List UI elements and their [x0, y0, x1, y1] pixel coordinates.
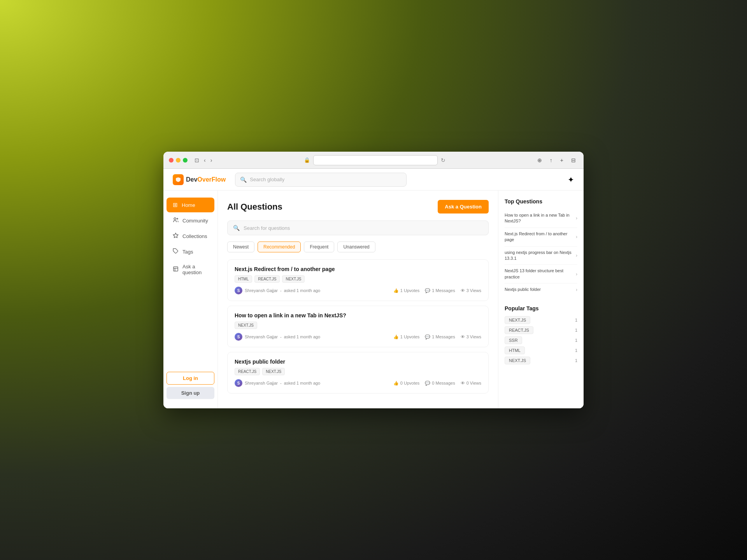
chevron-right-icon: ›: [576, 234, 577, 240]
maximize-traffic-light[interactable]: [183, 158, 188, 163]
sidebar-item-collections[interactable]: Collections: [167, 229, 214, 243]
tag[interactable]: HTML: [235, 275, 252, 283]
chevron-right-icon: ›: [576, 253, 577, 258]
asked-sep: -: [280, 381, 282, 385]
top-questions-section: Top Questions How to open a link in a ne…: [505, 198, 577, 296]
messages-count: 1 Messages: [432, 334, 455, 339]
tag[interactable]: REACT.JS: [235, 368, 260, 375]
back-button[interactable]: ‹: [202, 156, 208, 165]
question-stats: 👍 1 Upvotes 💬 1 Messages 👁 3 Views: [393, 288, 481, 293]
top-question-item[interactable]: NextJS 13 folder structure best practice…: [505, 265, 577, 284]
theme-toggle-button[interactable]: ✦: [568, 175, 574, 184]
popular-tag[interactable]: NEXT.JS: [505, 357, 530, 364]
question-card[interactable]: Nextjs public folder REACT.JS NEXT.JS S …: [227, 352, 489, 394]
sidebar-item-tags[interactable]: Tags: [167, 244, 214, 259]
refresh-icon[interactable]: ↻: [441, 157, 445, 163]
page-title: All Questions: [227, 202, 282, 212]
upvote-count: 1 Upvotes: [400, 288, 420, 293]
popular-tag-row[interactable]: NEXT.JS 1: [505, 316, 577, 324]
tag[interactable]: REACT.JS: [254, 275, 280, 283]
sidebar-item-community-label: Community: [182, 218, 208, 224]
question-card[interactable]: How to open a link in a new Tab in NextJ…: [227, 306, 489, 347]
eye-icon: 👁: [461, 334, 465, 339]
popular-tags-section: Popular Tags NEXT.JS 1 REACT.JS 1 SSR 1: [505, 305, 577, 364]
question-meta: S Shreyansh Gajjar - asked 1 month ago 👍…: [235, 379, 481, 387]
top-question-item[interactable]: using nextjs progress bar on Nextjs 13.3…: [505, 247, 577, 265]
sidebar-item-home[interactable]: ⊞ Home: [167, 198, 214, 212]
chevron-right-icon: ›: [576, 215, 577, 221]
new-tab-button[interactable]: +: [558, 156, 566, 165]
forward-button[interactable]: ›: [208, 156, 215, 165]
messages-stat: 💬 1 Messages: [425, 288, 455, 293]
search-questions-input[interactable]: [244, 225, 483, 231]
search-icon: 🔍: [240, 177, 247, 183]
top-questions-title: Top Questions: [505, 198, 577, 205]
extensions-button[interactable]: ⊕: [535, 156, 544, 165]
messages-count: 0 Messages: [432, 381, 455, 385]
popular-tag[interactable]: NEXT.JS: [505, 316, 530, 324]
tag-count: 1: [575, 338, 577, 343]
tab-view-button[interactable]: ⊡: [192, 156, 202, 165]
signup-button[interactable]: Sign up: [167, 387, 214, 399]
chevron-right-icon: ›: [576, 287, 577, 292]
popular-tag-row[interactable]: HTML 1: [505, 346, 577, 354]
tag[interactable]: NEXT.JS: [282, 275, 305, 283]
minimize-traffic-light[interactable]: [176, 158, 181, 163]
question-meta: S Shreyansh Gajjar - asked 1 month ago 👍…: [235, 287, 481, 294]
sidebar-item-community[interactable]: Community: [167, 213, 214, 228]
sidebar-item-tags-label: Tags: [182, 249, 193, 255]
tag[interactable]: NEXT.JS: [235, 322, 257, 329]
close-traffic-light[interactable]: [169, 158, 174, 163]
login-button[interactable]: Log in: [167, 372, 214, 385]
traffic-lights: [169, 158, 188, 163]
tags-icon: [173, 248, 179, 255]
popular-tag-row[interactable]: SSR 1: [505, 336, 577, 344]
question-search-bar[interactable]: 🔍: [227, 220, 489, 235]
collections-icon: [173, 233, 179, 240]
address-bar[interactable]: [313, 155, 438, 165]
sidebar-item-home-label: Home: [182, 202, 195, 208]
top-question-text: Next.js Redirect from / to another page: [505, 231, 573, 243]
top-question-item[interactable]: Next.js Redirect from / to another page …: [505, 228, 577, 247]
top-question-text: NextJS 13 folder structure best practice: [505, 268, 573, 280]
tag[interactable]: NEXT.JS: [262, 368, 285, 375]
popular-tag[interactable]: SSR: [505, 336, 522, 344]
tag-list: REACT.JS NEXT.JS: [235, 368, 481, 375]
question-author: S Shreyansh Gajjar - asked 1 month ago: [235, 333, 320, 341]
browser-actions: ⊕ ↑ + ⊟: [535, 156, 578, 165]
sidebar-item-ask[interactable]: Ask a question: [167, 260, 214, 279]
popular-tag-row[interactable]: REACT.JS 1: [505, 326, 577, 334]
tag-list: HTML REACT.JS NEXT.JS: [235, 275, 481, 283]
filter-newest[interactable]: Newest: [227, 242, 254, 252]
popular-tag[interactable]: REACT.JS: [505, 326, 533, 334]
author-name: Shreyansh Gajjar: [245, 334, 278, 339]
filter-frequent[interactable]: Frequent: [304, 242, 334, 252]
top-question-item[interactable]: Nextjs public folder ›: [505, 284, 577, 296]
upvote-stat: 👍 0 Upvotes: [393, 381, 420, 386]
views-stat: 👁 0 Views: [461, 381, 481, 385]
asked-time: asked 1 month ago: [284, 288, 321, 293]
avatar: S: [235, 287, 242, 294]
svg-marker-2: [173, 233, 178, 238]
popular-tag[interactable]: HTML: [505, 346, 525, 354]
logo: DevOverFlow: [173, 174, 226, 185]
tag-count: 1: [575, 328, 577, 332]
filter-unanswered[interactable]: Unanswered: [337, 242, 375, 252]
tab-grid-button[interactable]: ⊟: [569, 156, 578, 165]
popular-tags-title: Popular Tags: [505, 305, 577, 312]
tag-count: 1: [575, 358, 577, 363]
popular-tag-row[interactable]: NEXT.JS 1: [505, 357, 577, 364]
filter-recommended[interactable]: Recommended: [258, 242, 301, 252]
tag-count: 1: [575, 348, 577, 353]
views-stat: 👁 3 Views: [461, 288, 481, 293]
top-question-item[interactable]: How to open a link in a new Tab in NextJ…: [505, 209, 577, 228]
eye-icon: 👁: [461, 381, 465, 385]
top-question-text: using nextjs progress bar on Nextjs 13.3…: [505, 250, 573, 262]
global-search[interactable]: 🔍 Search globally: [235, 173, 406, 187]
question-card[interactable]: Next.js Redirect from / to another page …: [227, 259, 489, 301]
ask-question-button[interactable]: Ask a Question: [438, 200, 489, 214]
content-area: All Questions Ask a Question 🔍 Newest Re…: [218, 191, 498, 408]
home-icon: ⊞: [173, 201, 178, 208]
asked-when: -: [280, 288, 282, 293]
share-button[interactable]: ↑: [547, 156, 555, 165]
